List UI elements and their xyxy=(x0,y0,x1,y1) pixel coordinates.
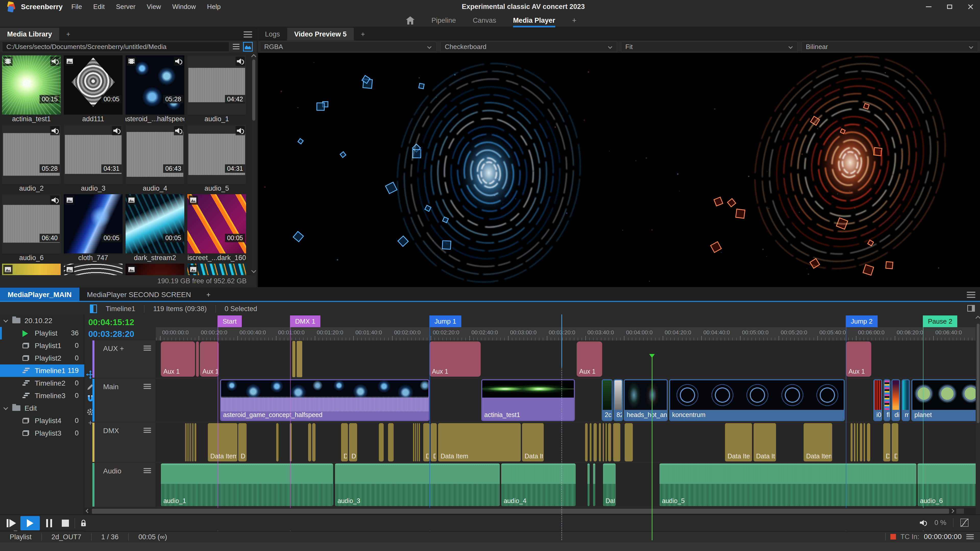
clip[interactable] xyxy=(413,423,414,461)
clip-aux-1[interactable]: Aux 1 xyxy=(846,341,871,377)
media-item-audio-5[interactable]: 04:31audio_5 xyxy=(188,125,246,194)
library-add-tab-button[interactable]: + xyxy=(59,28,78,41)
clip-asteroid-game-concept-halfspeed[interactable]: asteroid_game_concept_halfspeed xyxy=(220,379,430,421)
select-checkerboard[interactable]: Checkerboard xyxy=(440,41,617,52)
clip[interactable] xyxy=(599,423,601,461)
media-item-audio-1[interactable]: 04:42audio_1 xyxy=(188,56,246,125)
media-item-asteroid-halfspeed[interactable]: 05:28asteroid_...halfspeed xyxy=(126,56,184,125)
tc-menu-icon[interactable] xyxy=(966,534,974,539)
preview-add-tab-button[interactable]: + xyxy=(354,28,372,41)
media-item-audio-6[interactable]: 06:40audio_6 xyxy=(2,194,61,264)
sidebar-item-playlist1[interactable]: Playlist10 xyxy=(0,340,84,352)
track-lane-main[interactable]: asteroid_game_concept_halfspeedactinia_t… xyxy=(156,379,976,422)
media-item-audio-2[interactable]: 05:28audio_2 xyxy=(2,125,61,194)
sidebar-item-20-10-22[interactable]: 20.10.22 xyxy=(0,314,84,327)
clip-d[interactable]: D xyxy=(341,423,348,461)
sidebar-item-edit[interactable]: Edit xyxy=(0,402,84,414)
tab-media-player[interactable]: Media Player xyxy=(513,14,555,27)
stop-button[interactable] xyxy=(58,516,73,530)
sidebar-item-timeline2[interactable]: Timeline20 xyxy=(0,377,84,389)
track-menu-icon[interactable] xyxy=(143,346,151,351)
track-menu-icon[interactable] xyxy=(143,428,151,433)
clip-d[interactable]: D xyxy=(892,423,898,461)
clip[interactable] xyxy=(593,423,597,461)
clip-dis[interactable]: dis xyxy=(891,379,900,421)
clip-m[interactable]: m xyxy=(902,379,910,421)
clip[interactable] xyxy=(185,423,186,461)
clip-data-item[interactable]: Data Item xyxy=(522,423,544,461)
sidebar-item-timeline3[interactable]: Timeline30 xyxy=(0,389,84,402)
clip[interactable] xyxy=(388,423,394,461)
scroll-left-icon[interactable] xyxy=(86,509,90,513)
home-icon[interactable] xyxy=(406,16,415,24)
media-item[interactable] xyxy=(64,264,123,275)
timeline-ruler[interactable]: 00:00:00:000:00:20:000:00:40:000:01:00:0… xyxy=(156,327,976,340)
clip[interactable] xyxy=(608,423,611,461)
scroll-right-icon[interactable] xyxy=(950,509,955,513)
clip-audio-6[interactable]: audio_6 xyxy=(918,464,976,506)
clip[interactable] xyxy=(613,423,620,461)
select-fit[interactable]: Fit xyxy=(621,41,797,52)
maximize-icon[interactable] xyxy=(945,3,954,11)
clip-audio-5[interactable]: audio_5 xyxy=(659,464,916,506)
pause-button[interactable] xyxy=(42,516,56,530)
clip[interactable] xyxy=(851,423,853,461)
clip[interactable] xyxy=(188,423,189,461)
clip[interactable] xyxy=(379,423,384,461)
select-bilinear[interactable]: Bilinear xyxy=(802,41,978,52)
marker-dmx-1[interactable]: DMX 1 xyxy=(290,316,320,327)
clip-aux-1[interactable]: Aux 1 xyxy=(430,341,481,377)
clip[interactable] xyxy=(297,341,302,377)
track-lane-dmx[interactable]: Data ItemDDDDDData ItemData ItemData Ite… xyxy=(156,422,976,462)
sidebar-item-playlist3[interactable]: Playlist30 xyxy=(0,427,84,440)
clip[interactable] xyxy=(190,423,191,461)
list-view-button[interactable] xyxy=(231,42,241,52)
minimize-icon[interactable] xyxy=(924,3,933,11)
clip-data-item[interactable]: Data Item xyxy=(803,423,832,461)
curve-icon[interactable] xyxy=(960,518,969,527)
clip[interactable] xyxy=(308,423,311,461)
clip-d[interactable]: D xyxy=(423,423,430,461)
clip[interactable] xyxy=(276,423,278,461)
clip[interactable] xyxy=(867,423,870,461)
nav-add-tab-button[interactable]: + xyxy=(572,16,577,25)
clip-d[interactable]: D xyxy=(431,423,437,461)
clip-dat[interactable]: Dat xyxy=(603,464,616,506)
clip-data-item[interactable]: Data Item xyxy=(754,423,776,461)
track-menu-icon[interactable] xyxy=(143,468,151,473)
clip[interactable] xyxy=(417,423,418,461)
thumbnail-view-button[interactable] xyxy=(243,42,253,52)
clip[interactable] xyxy=(290,423,292,461)
clip[interactable] xyxy=(860,423,862,461)
clip[interactable] xyxy=(854,423,856,461)
clip-d[interactable]: D xyxy=(238,423,247,461)
player-add-tab-button[interactable]: + xyxy=(199,287,218,302)
clip[interactable] xyxy=(587,464,590,506)
play-button[interactable] xyxy=(21,516,40,530)
tab-mediaplayer-main[interactable]: MediaPlayer_MAIN xyxy=(0,287,80,302)
clip[interactable] xyxy=(196,341,199,377)
sidebar-item-playlist2[interactable]: Playlist20 xyxy=(0,352,84,364)
clip-audio-3[interactable]: audio_3 xyxy=(335,464,500,506)
clip-aux-1[interactable]: Aux 1 xyxy=(161,341,195,377)
media-item-discreet-dark-1600[interactable]: 00:05discreet_...dark_1600 xyxy=(188,194,246,264)
clip-planet[interactable]: planet xyxy=(911,379,976,421)
marker-start[interactable]: Start xyxy=(218,316,242,327)
tab-mediaplayer-second-screen[interactable]: MediaPlayer SECOND SCREEN xyxy=(80,287,199,302)
player-menu-icon[interactable] xyxy=(967,292,975,298)
clip-koncentrum[interactable]: koncentrum xyxy=(669,379,845,421)
tab-canvas[interactable]: Canvas xyxy=(473,14,496,27)
select-rgba[interactable]: RGBA xyxy=(260,41,436,52)
media-item-actinia-test1[interactable]: 00:15actinia_test1 xyxy=(2,56,61,125)
track-lane-aux[interactable]: Aux 1Aux 1Aux 1Aux 1Aux 1 xyxy=(156,340,976,378)
tab-video-preview-5[interactable]: Video Preview 5 xyxy=(287,28,354,41)
media-item-audio-3[interactable]: 04:31audio_3 xyxy=(64,125,123,194)
close-icon[interactable] xyxy=(966,3,975,11)
clip[interactable] xyxy=(187,423,188,461)
tab-logs[interactable]: Logs xyxy=(258,28,287,41)
clip[interactable] xyxy=(857,423,858,461)
clip[interactable] xyxy=(606,423,607,461)
clip[interactable] xyxy=(864,423,865,461)
menu-item-view[interactable]: View xyxy=(147,3,161,11)
tab-media-library[interactable]: Media Library xyxy=(0,28,59,41)
